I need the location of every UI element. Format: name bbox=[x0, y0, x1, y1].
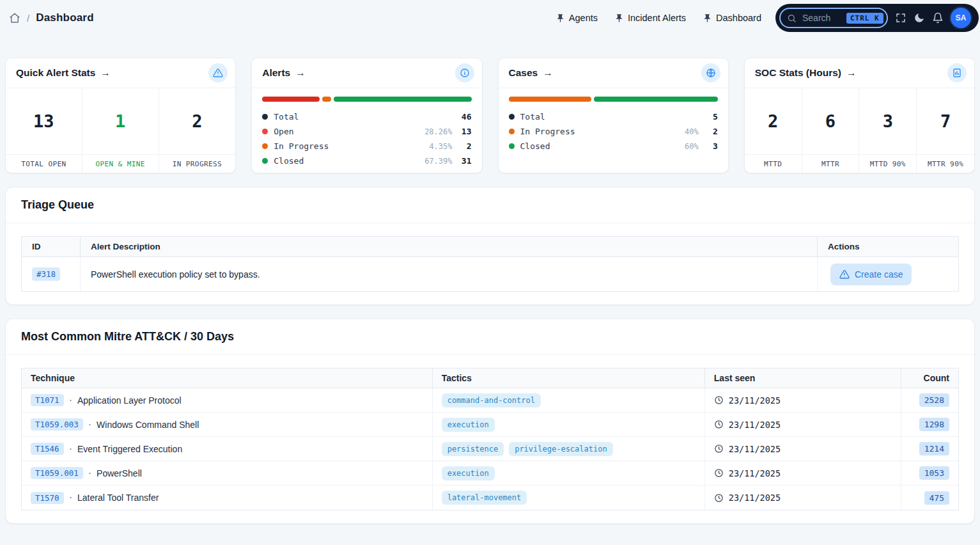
dot-separator: · bbox=[69, 395, 72, 406]
legend-label: Total bbox=[520, 112, 545, 122]
alert-triangle-icon-button[interactable] bbox=[208, 63, 228, 83]
technique-id-badge: T1570 bbox=[31, 492, 64, 504]
mitre-panel: Most Common Mitre ATT&CK / 30 Days Techn… bbox=[5, 319, 975, 524]
page-title: Dashboard bbox=[36, 12, 94, 24]
stat-value: 7 bbox=[917, 88, 974, 154]
stat-open-and-mine: 1 OPEN & MINE bbox=[82, 88, 159, 173]
column-header-last-seen: Last seen bbox=[705, 368, 901, 388]
arrow-right-icon: → bbox=[295, 67, 306, 79]
info-icon-button[interactable] bbox=[455, 63, 474, 83]
pin-icon bbox=[556, 13, 565, 23]
legend-value: 3 bbox=[705, 141, 718, 151]
stat-label: MTTD 90% bbox=[859, 154, 916, 173]
stat-total-open: 13 TOTAL OPEN bbox=[6, 88, 82, 173]
card-title-text: Cases bbox=[509, 67, 538, 79]
legend-row-open: Open 28.26%13 bbox=[262, 124, 471, 139]
stat-in-progress: 2 IN PROGRESS bbox=[159, 88, 236, 173]
stat-value: 13 bbox=[6, 88, 82, 154]
legend-percent: 28.26% bbox=[424, 127, 452, 136]
nav-agents-label: Agents bbox=[569, 13, 598, 23]
legend-value: 5 bbox=[705, 112, 718, 122]
search-box[interactable]: CTRL K bbox=[779, 8, 888, 28]
nav-dashboard-label: Dashboard bbox=[716, 13, 761, 23]
header-toolbar: CTRL K SA bbox=[775, 4, 979, 32]
stat-value: 6 bbox=[802, 88, 859, 154]
triage-queue-title: Triage Queue bbox=[21, 198, 959, 212]
nav-incident-alerts[interactable]: Incident Alerts bbox=[614, 13, 686, 23]
mitre-row: T1570 · Lateral Tool Transfer lateral-mo… bbox=[22, 486, 958, 510]
technique-id-badge: T1071 bbox=[31, 394, 64, 406]
card-title-text: Alerts bbox=[262, 67, 290, 79]
alert-description: PowerShell execution policy set to bypas… bbox=[91, 269, 260, 280]
nav-incident-alerts-label: Incident Alerts bbox=[628, 13, 686, 23]
create-case-button[interactable]: Create case bbox=[830, 264, 912, 285]
alerts-progress-bar bbox=[262, 97, 471, 102]
count-badge: 1214 bbox=[919, 442, 949, 455]
column-header-description: Alert Description bbox=[81, 237, 818, 257]
legend-dot bbox=[509, 114, 515, 120]
technique-id-badge: T1059.001 bbox=[31, 467, 83, 479]
pin-icon bbox=[703, 13, 712, 23]
tactic-pill: lateral-movement bbox=[442, 491, 527, 505]
column-header-count: Count bbox=[901, 368, 958, 388]
tactic-pill: command-and-control bbox=[442, 393, 541, 407]
stat-label: IN PROGRESS bbox=[159, 154, 236, 173]
cases-link[interactable]: Cases → bbox=[509, 67, 553, 79]
column-header-technique: Technique bbox=[22, 368, 433, 388]
legend-value: 31 bbox=[459, 156, 472, 166]
create-case-label: Create case bbox=[855, 269, 903, 280]
legend-percent: 40% bbox=[685, 127, 699, 136]
soc-stats-link[interactable]: SOC Stats (Hours) → bbox=[755, 67, 857, 79]
mitre-table-header: Technique Tactics Last seen Count bbox=[22, 368, 958, 388]
clock-icon bbox=[714, 468, 724, 478]
legend-label: Total bbox=[274, 112, 299, 122]
breadcrumb-separator: / bbox=[27, 13, 29, 24]
legend-label: In Progress bbox=[520, 127, 575, 136]
mitre-row: T1071 · Application Layer Protocol comma… bbox=[22, 388, 958, 413]
mitre-table: Technique Tactics Last seen Count T1071 … bbox=[21, 368, 959, 510]
count-badge: 1298 bbox=[919, 418, 949, 431]
legend-percent: 67.39% bbox=[424, 157, 452, 166]
report-icon-button[interactable] bbox=[947, 63, 967, 83]
count-badge: 2528 bbox=[919, 393, 949, 407]
pin-icon bbox=[614, 13, 624, 23]
legend-row-total: Total 46 bbox=[262, 109, 471, 124]
legend-value: 2 bbox=[459, 141, 472, 151]
alert-triangle-icon bbox=[839, 269, 850, 280]
tactic-pill: privilege-escalation bbox=[509, 442, 613, 456]
clock-icon bbox=[714, 444, 724, 454]
quick-alert-stats-link[interactable]: Quick Alert Stats → bbox=[16, 67, 111, 79]
arrow-right-icon: → bbox=[100, 67, 111, 79]
arrow-right-icon: → bbox=[543, 67, 553, 79]
arrow-right-icon: → bbox=[846, 67, 857, 79]
legend-dot bbox=[509, 129, 515, 134]
user-avatar[interactable]: SA bbox=[951, 8, 971, 28]
legend-label: In Progress bbox=[274, 141, 329, 151]
legend-dot bbox=[262, 114, 268, 120]
globe-icon-button[interactable] bbox=[701, 63, 720, 83]
alerts-link[interactable]: Alerts → bbox=[262, 67, 305, 79]
stat-mttd: 2 MTTD bbox=[745, 88, 802, 173]
legend-row-in-progress: In Progress 40%2 bbox=[509, 124, 718, 139]
tactic-pill: execution bbox=[442, 418, 495, 432]
legend-label: Closed bbox=[274, 156, 304, 166]
legend-value: 13 bbox=[459, 127, 472, 136]
triage-row: #318 PowerShell execution policy set to … bbox=[22, 257, 958, 291]
nav-dashboard[interactable]: Dashboard bbox=[703, 13, 761, 23]
bar-segment-in-progress bbox=[322, 97, 331, 102]
technique-name: Lateral Tool Transfer bbox=[77, 493, 159, 503]
legend-dot bbox=[262, 129, 268, 134]
search-input[interactable] bbox=[801, 12, 842, 24]
legend-row-closed: Closed 67.39%31 bbox=[262, 154, 471, 168]
legend-row-total: Total 5 bbox=[509, 109, 718, 124]
nav-agents[interactable]: Agents bbox=[556, 13, 598, 23]
notifications-bell-icon[interactable] bbox=[932, 12, 944, 24]
dark-mode-moon-icon[interactable] bbox=[914, 12, 925, 24]
legend-percent: 4.35% bbox=[429, 142, 452, 151]
fullscreen-icon[interactable] bbox=[895, 12, 906, 24]
clock-icon bbox=[714, 395, 724, 405]
home-icon[interactable] bbox=[9, 12, 20, 24]
column-header-tactics: Tactics bbox=[433, 368, 705, 388]
cases-progress-bar bbox=[509, 97, 718, 102]
stat-label: MTTR bbox=[802, 154, 859, 173]
